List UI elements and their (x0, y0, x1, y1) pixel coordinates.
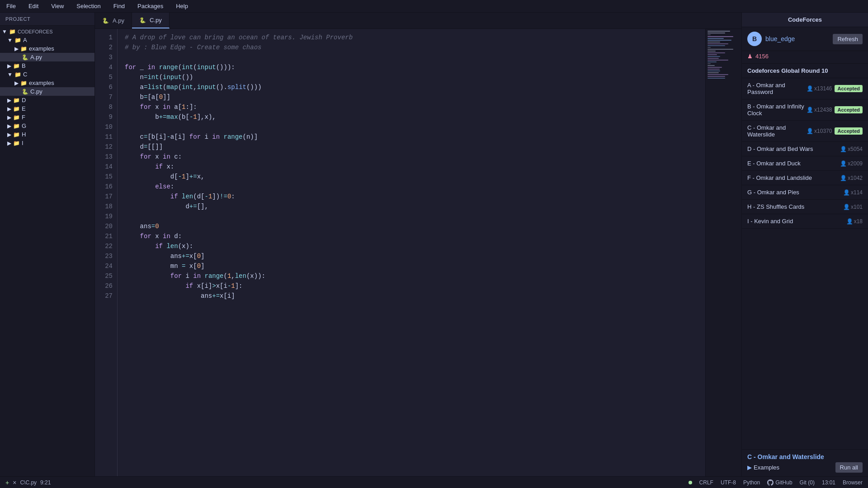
person-icon-f: 👤 (840, 175, 847, 181)
problem-name-b: B - Omkar and Infinity Clock (747, 103, 807, 117)
problem-participants-b: 👤 x12438 (807, 107, 832, 113)
menu-file[interactable]: File (4, 2, 19, 10)
folder-icon-d: 📁 (13, 97, 20, 103)
status-crlf[interactable]: CRLF (699, 479, 713, 486)
tree-c[interactable]: ▼ 📁 C (0, 70, 94, 79)
folder-icon-examples-a: 📁 (20, 46, 27, 52)
problem-right-d: 👤 x5054 (840, 146, 863, 152)
sidebar-title: Project (0, 13, 94, 26)
tree-a-label: A (23, 37, 27, 43)
tree-examples-a[interactable]: ▶ 📁 examples (0, 44, 94, 53)
tree-file-apy[interactable]: 🐍 A.py (0, 53, 94, 61)
folder-icon-a: 📁 (14, 37, 21, 43)
tree-g[interactable]: ▶ 📁 G (0, 122, 94, 130)
line-numbers: 12345 678910 1112131415 1617181920 21222… (95, 29, 118, 476)
tree-b-label: B (22, 62, 26, 69)
tree-root-label: CODEFORCES (18, 29, 53, 34)
tree-examples-a-label: examples (29, 45, 54, 52)
tree-a[interactable]: ▼ 📁 A (0, 36, 94, 44)
user-info: B blue_edge (747, 32, 795, 46)
rating-section: ♟ 4156 (742, 51, 868, 64)
problem-row-b[interactable]: B - Omkar and Infinity Clock 👤 x12438 Ac… (742, 99, 868, 121)
person-icon-c: 👤 (807, 128, 813, 134)
tree-b[interactable]: ▶ 📁 B (0, 61, 94, 70)
problem-count-d: x5054 (848, 146, 863, 152)
status-bar: + × C\C.py 9:21 CRLF UTF-8 Python GitHub… (0, 476, 868, 488)
folder-icon-i: 📁 (13, 140, 20, 146)
problem-row-a[interactable]: A - Omkar and Password 👤 x13146 Accepted (742, 78, 868, 99)
tree-examples-c[interactable]: ▶ 📁 examples (0, 79, 94, 87)
menu-view[interactable]: View (48, 2, 66, 10)
tree-f-label: F (22, 114, 25, 121)
minimap-content (706, 29, 741, 81)
code-area: 12345 678910 1112131415 1617181920 21222… (95, 29, 741, 476)
problem-right-i: 👤 x18 (846, 218, 863, 225)
examples-label[interactable]: ▶ Examples (747, 464, 779, 471)
person-icon-b: 👤 (807, 107, 813, 113)
status-language[interactable]: Python (743, 479, 760, 486)
expand-icon-examples-a: ▶ (14, 46, 19, 52)
status-git[interactable]: Git (0) (800, 479, 815, 486)
problem-count-e: x2009 (848, 160, 863, 167)
problem-participants-g: 👤 x114 (843, 189, 863, 196)
problem-name-a: A - Omkar and Password (747, 82, 807, 95)
problems-list: A - Omkar and Password 👤 x13146 Accepted… (742, 78, 868, 449)
expand-icon-examples-c: ▶ (14, 80, 19, 86)
tab-cpy-label: C.py (150, 17, 162, 23)
tree-e[interactable]: ▶ 📁 E (0, 104, 94, 113)
file-tree: ▼ 📁 CODEFORCES ▼ 📁 A ▶ 📁 examples 🐍 A.py (0, 26, 94, 476)
menu-packages[interactable]: Packages (135, 2, 166, 10)
expand-icon-d: ▶ (7, 97, 11, 103)
folder-icon: 📁 (9, 28, 16, 35)
status-add-icon[interactable]: + (5, 479, 9, 486)
problem-right-g: 👤 x114 (843, 189, 863, 196)
status-time: 13:01 (822, 479, 835, 486)
status-browser[interactable]: Browser (843, 479, 863, 486)
expand-icon-c: ▼ (7, 71, 13, 78)
menu-help[interactable]: Help (173, 2, 191, 10)
run-all-button[interactable]: Run all (835, 462, 863, 473)
status-close-icon[interactable]: × (13, 479, 16, 486)
tree-file-cpy[interactable]: 🐍 C.py (0, 87, 94, 96)
menu-selection[interactable]: Selection (74, 2, 103, 10)
problem-row-c[interactable]: C - Omkar and Waterslide 👤 x10370 Accept… (742, 121, 868, 142)
tree-i[interactable]: ▶ 📁 I (0, 139, 94, 147)
refresh-button[interactable]: Refresh (833, 34, 863, 44)
tree-h[interactable]: ▶ 📁 H (0, 130, 94, 139)
problem-right-e: 👤 x2009 (840, 160, 863, 167)
folder-icon-examples-c: 📁 (20, 80, 27, 86)
tree-f[interactable]: ▶ 📁 F (0, 113, 94, 122)
status-right: CRLF UTF-8 Python GitHub Git (0) 13:01 B… (689, 479, 863, 486)
problem-row-d[interactable]: D - Omkar and Bed Wars 👤 x5054 (742, 142, 868, 156)
menu-edit[interactable]: Edit (26, 2, 41, 10)
problem-right-h: 👤 x101 (843, 204, 863, 210)
problem-row-g[interactable]: G - Omkar and Pies 👤 x114 (742, 185, 868, 200)
accepted-badge-c: Accepted (835, 127, 863, 135)
expand-icon-b: ▶ (7, 63, 11, 69)
selected-problem-title[interactable]: C - Omkar and Waterslide (747, 453, 863, 460)
problem-name-f: F - Omkar and Landslide (747, 174, 812, 181)
tree-root[interactable]: ▼ 📁 CODEFORCES (0, 28, 94, 36)
expand-icon-h: ▶ (7, 131, 11, 138)
person-icon-d: 👤 (840, 146, 847, 152)
problem-row-i[interactable]: I - Kevin and Grid 👤 x18 (742, 214, 868, 229)
problem-row-e[interactable]: E - Omkar and Duck 👤 x2009 (742, 156, 868, 171)
problem-count-a: x13146 (814, 85, 832, 92)
right-panel-title: CodeForces (742, 13, 868, 27)
problem-row-f[interactable]: F - Omkar and Landslide 👤 x1042 (742, 171, 868, 185)
folder-icon-e: 📁 (13, 106, 20, 112)
folder-icon-g: 📁 (13, 123, 20, 129)
tree-d[interactable]: ▶ 📁 D (0, 96, 94, 104)
menu-find[interactable]: Find (111, 2, 127, 10)
problem-row-h[interactable]: H - ZS Shuffles Cards 👤 x101 (742, 200, 868, 214)
username: blue_edge (765, 35, 795, 42)
status-encoding[interactable]: UTF-8 (721, 479, 736, 486)
status-github[interactable]: GitHub (767, 479, 792, 486)
expand-icon: ▼ (2, 28, 7, 35)
tab-apy[interactable]: 🐍 A.py (95, 13, 132, 28)
file-icon-cpy: 🐍 (22, 89, 28, 95)
examples-row: ▶ Examples Run all (747, 462, 863, 473)
tree-examples-c-label: examples (29, 80, 54, 86)
tab-cpy[interactable]: 🐍 C.py (132, 13, 170, 28)
code-editor[interactable]: # A drop of love can bring an ocean of t… (118, 29, 705, 476)
